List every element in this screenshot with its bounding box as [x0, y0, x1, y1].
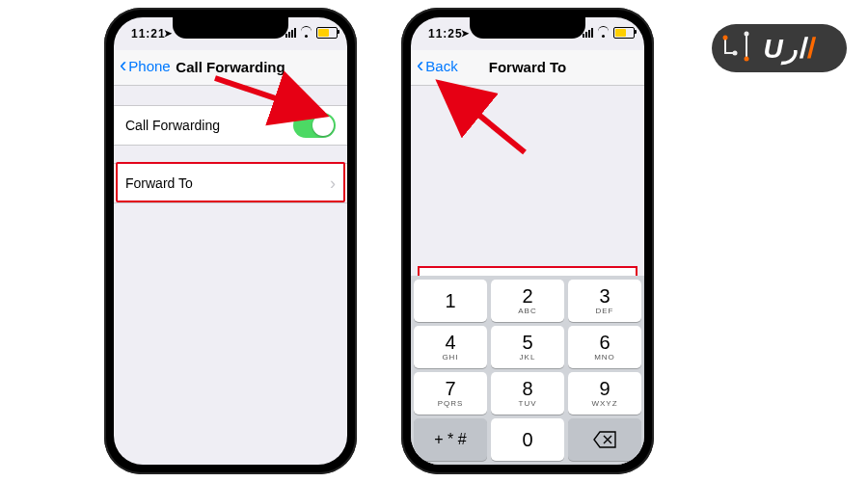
key-0[interactable]: 0	[491, 418, 564, 461]
logo-text: Uاار	[763, 33, 812, 65]
wifi-icon	[597, 28, 610, 38]
svg-point-2	[723, 36, 728, 40]
delete-icon	[593, 431, 616, 448]
nav-bar: ‹ Phone Call Forwarding	[114, 50, 347, 86]
battery-icon	[316, 27, 338, 39]
status-time: 11:21	[131, 27, 166, 40]
toggle-knob	[312, 115, 334, 136]
phone-left: 11:21 ➤ ‹ Phone Call Forwarding Call For…	[104, 8, 357, 474]
nav-bar: ‹ Back Forward To	[411, 50, 644, 86]
annotation-arrow-back	[428, 75, 544, 162]
logo-graphic-icon	[721, 30, 750, 67]
nav-title: Forward To	[411, 59, 644, 75]
row-label: Forward To	[125, 175, 330, 191]
row-call-forwarding[interactable]: Call Forwarding	[114, 105, 347, 146]
screen-right: 11:25 ➤ ‹ Back Forward To	[411, 17, 644, 465]
brand-logo: Uاار	[712, 24, 847, 72]
row-forward-to[interactable]: Forward To ›	[114, 163, 347, 203]
settings-group-2: Forward To ›	[114, 163, 347, 203]
battery-icon	[613, 27, 635, 39]
screen-left: 11:21 ➤ ‹ Phone Call Forwarding Call For…	[114, 17, 347, 465]
notch	[173, 17, 288, 39]
key-9[interactable]: 9WXYZ	[568, 372, 641, 415]
row-label: Call Forwarding	[125, 118, 293, 133]
wifi-icon	[300, 28, 312, 38]
svg-point-4	[745, 32, 749, 37]
notch	[470, 17, 585, 39]
toggle-call-forwarding[interactable]	[293, 113, 336, 138]
tutorial-canvas: 11:21 ➤ ‹ Phone Call Forwarding Call For…	[0, 0, 868, 482]
settings-group-1: Call Forwarding	[114, 105, 347, 146]
location-icon: ➤	[164, 28, 172, 39]
key-3[interactable]: 3DEF	[568, 280, 641, 322]
key-2[interactable]: 2ABC	[491, 280, 564, 322]
svg-point-3	[733, 51, 738, 56]
key-delete[interactable]	[568, 418, 641, 461]
nav-title: Call Forwarding	[114, 59, 347, 75]
key-8[interactable]: 8TUV	[491, 372, 564, 415]
status-time: 11:25	[428, 27, 463, 40]
chevron-right-icon: ›	[330, 174, 336, 194]
key-6[interactable]: 6MNO	[568, 326, 641, 368]
key-5[interactable]: 5JKL	[491, 326, 564, 368]
key-symbols[interactable]: + * #	[414, 418, 487, 461]
phone-right: 11:25 ➤ ‹ Back Forward To	[401, 8, 654, 474]
key-1[interactable]: 1	[414, 280, 487, 322]
svg-point-5	[745, 57, 749, 62]
key-4[interactable]: 4GHI	[414, 326, 487, 368]
location-icon: ➤	[461, 28, 469, 39]
numeric-keypad: 1 2ABC 3DEF 4GHI 5JKL 6MNO 7PQRS 8TUV 9W…	[411, 276, 644, 465]
key-7[interactable]: 7PQRS	[414, 372, 487, 415]
svg-line-1	[440, 83, 525, 152]
